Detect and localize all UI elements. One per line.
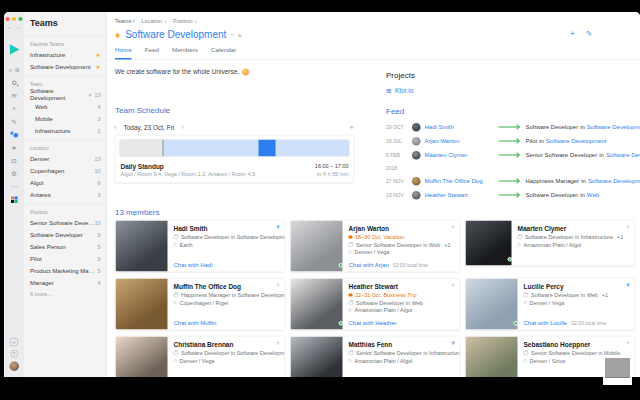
member-card[interactable]: Hadi Smith Software Developer in Softwar… bbox=[115, 220, 285, 272]
sidebar-item-software-development-fav[interactable]: Software Development ★ bbox=[24, 61, 107, 73]
feed-team-link[interactable]: Software Development bbox=[546, 138, 607, 145]
title-dropdown-icon[interactable] bbox=[231, 32, 235, 36]
sidebar-item-pilot[interactable]: Pilot 5 bbox=[24, 253, 107, 265]
chat-link[interactable]: Chat with Muffin bbox=[174, 320, 217, 327]
edit-button[interactable]: ✎ bbox=[586, 29, 592, 38]
feed-member-link[interactable]: Muffin The Office Dog bbox=[425, 178, 499, 185]
feed-member-link[interactable]: Hadi Smith bbox=[425, 124, 499, 131]
member-photo[interactable] bbox=[466, 337, 518, 378]
member-badge-icon[interactable]: ✈ bbox=[626, 340, 631, 347]
team-favorite-star-icon[interactable]: ★ bbox=[114, 30, 121, 40]
favorite-star-icon[interactable]: ★ bbox=[96, 51, 101, 58]
forward-icon[interactable]: → bbox=[16, 24, 22, 30]
search-icon[interactable] bbox=[12, 80, 17, 85]
member-badge-icon[interactable]: ✈ bbox=[626, 224, 631, 231]
member-photo[interactable] bbox=[466, 279, 518, 330]
schedule-event-card[interactable]: Daily Standup 16:00 – 17:00 Algol / Room… bbox=[115, 135, 354, 183]
favorite-star-icon[interactable]: ★ bbox=[96, 63, 101, 70]
sidebar-item-manager[interactable]: Manager 4 bbox=[24, 277, 107, 289]
member-photo[interactable] bbox=[291, 337, 343, 378]
settings-gear-icon[interactable]: ⚙ bbox=[4, 167, 24, 180]
feed-team-link[interactable]: Web bbox=[587, 192, 599, 199]
member-badge-icon[interactable]: ✈ bbox=[451, 340, 456, 347]
feed-member-link[interactable]: Arjan Warton bbox=[425, 138, 499, 145]
feed-member-link[interactable]: Maarten Clymer bbox=[425, 152, 499, 159]
sidebar-item-antares[interactable]: Antares 3 bbox=[24, 189, 107, 201]
avatar[interactable] bbox=[412, 191, 421, 200]
member-card[interactable]: Matthias Fenn Senior Software Developer … bbox=[290, 336, 460, 377]
boards-icon[interactable]: ⊡ bbox=[4, 154, 24, 167]
member-card[interactable]: Lucille Percy Software Developer in Web+… bbox=[465, 278, 635, 330]
member-card[interactable]: Arjan Warton 18–30 Oct, Vacation Senior … bbox=[290, 220, 460, 272]
automation-icon[interactable]: ⚡ bbox=[4, 102, 24, 115]
tab-home[interactable]: Home bbox=[115, 46, 132, 60]
window-controls[interactable] bbox=[6, 17, 23, 21]
link-icon[interactable]: ∞ bbox=[9, 67, 13, 73]
member-card[interactable]: Muffin The Office Dog Happiness Manager … bbox=[115, 278, 285, 330]
member-badge-icon[interactable]: ✈ bbox=[626, 282, 631, 289]
avatar[interactable] bbox=[412, 151, 421, 160]
tab-calendar[interactable]: Calendar bbox=[211, 46, 236, 60]
member-photo[interactable] bbox=[466, 221, 512, 266]
add-icon[interactable]: + bbox=[10, 338, 18, 346]
space-logo-icon[interactable] bbox=[9, 44, 20, 55]
sidebar-item-software-developer[interactable]: Software Developer 5 bbox=[24, 229, 107, 241]
member-card[interactable]: Christiana Brennan Software Developer in… bbox=[115, 336, 285, 377]
tools-icon[interactable]: ✎ bbox=[4, 115, 24, 128]
next-day-icon[interactable] bbox=[180, 125, 184, 129]
add-button[interactable]: + bbox=[570, 29, 574, 38]
member-photo[interactable] bbox=[116, 337, 168, 378]
show-more-link[interactable]: 6 more... bbox=[24, 289, 107, 299]
avatar[interactable] bbox=[412, 137, 421, 146]
member-badge-icon[interactable]: ✈ bbox=[276, 224, 281, 231]
schedule-date-label[interactable]: Today, 23 Oct, Fri bbox=[124, 124, 175, 132]
sidebar-item-sales-person[interactable]: Sales Person 5 bbox=[24, 241, 107, 253]
clear-filter-icon[interactable]: × bbox=[88, 92, 91, 98]
sidebar-item-copenhagen[interactable]: Copenhagen 10 bbox=[24, 165, 107, 177]
member-card[interactable]: Maarten Clymer Software Developer in Inf… bbox=[465, 220, 635, 266]
member-photo[interactable] bbox=[116, 279, 168, 330]
teams-icon[interactable] bbox=[10, 131, 18, 138]
sidebar-item-algol[interactable]: Algol 6 bbox=[24, 177, 107, 189]
more-icon[interactable]: ⋯ bbox=[4, 180, 24, 193]
member-photo[interactable] bbox=[291, 279, 343, 330]
jetbrains-apps-icon[interactable] bbox=[11, 196, 18, 203]
chat-link[interactable]: Chat with Arjan bbox=[349, 262, 389, 269]
breadcrumb-teams[interactable]: Teams / bbox=[115, 18, 134, 24]
back-icon[interactable]: ← bbox=[7, 24, 13, 30]
chat-link[interactable]: Chat with Heather bbox=[349, 320, 397, 327]
feed-team-link[interactable]: Software Development bbox=[588, 178, 640, 185]
help-icon[interactable]: ? bbox=[10, 350, 18, 358]
location-filter-dropdown[interactable]: Location bbox=[141, 18, 166, 24]
user-avatar[interactable] bbox=[9, 362, 19, 372]
member-badge-icon[interactable]: ✈ bbox=[276, 340, 281, 347]
close-icon[interactable]: × bbox=[238, 31, 242, 39]
member-photo[interactable] bbox=[291, 221, 343, 272]
avatar[interactable] bbox=[412, 123, 421, 132]
avatar[interactable] bbox=[412, 177, 421, 186]
zoom-window-button[interactable] bbox=[19, 17, 23, 21]
feed-team-link[interactable]: Software Development bbox=[606, 152, 640, 159]
prev-day-icon[interactable] bbox=[114, 125, 118, 129]
sidebar-item-denver[interactable]: Denver 13 bbox=[24, 153, 107, 165]
member-card[interactable]: Heather Stewart 22–31 Oct, Business Trip… bbox=[290, 278, 460, 330]
add-event-icon[interactable]: + bbox=[350, 123, 354, 132]
member-photo[interactable] bbox=[116, 221, 168, 272]
member-badge-icon[interactable]: ✈ bbox=[276, 282, 281, 289]
sidebar-item-infrastructure-fav[interactable]: Infrastructure ★ bbox=[24, 49, 107, 61]
sidebar-item-infrastructure[interactable]: Infrastructure 2 bbox=[24, 125, 107, 137]
timeline-event-block[interactable] bbox=[259, 140, 276, 157]
messages-icon[interactable]: ✉ bbox=[4, 89, 24, 102]
popout-icon[interactable]: ⊞ bbox=[15, 67, 19, 73]
member-badge-icon[interactable]: ✈ bbox=[451, 282, 456, 289]
member-badge-icon[interactable]: ✈ bbox=[451, 224, 456, 231]
chat-link[interactable]: Chat with Hadi bbox=[174, 262, 213, 269]
close-window-button[interactable] bbox=[6, 17, 10, 21]
position-filter-dropdown[interactable]: Position bbox=[173, 18, 197, 24]
minimize-window-button[interactable] bbox=[12, 17, 16, 21]
tab-feed[interactable]: Feed bbox=[145, 46, 159, 60]
feed-team-link[interactable]: Software Development bbox=[587, 124, 640, 131]
sidebar-item-web[interactable]: Web 4 bbox=[24, 101, 107, 113]
project-link-ktor[interactable]: ⊞ Ktor.io bbox=[386, 87, 413, 95]
feed-member-link[interactable]: Heather Stewart bbox=[425, 192, 499, 199]
